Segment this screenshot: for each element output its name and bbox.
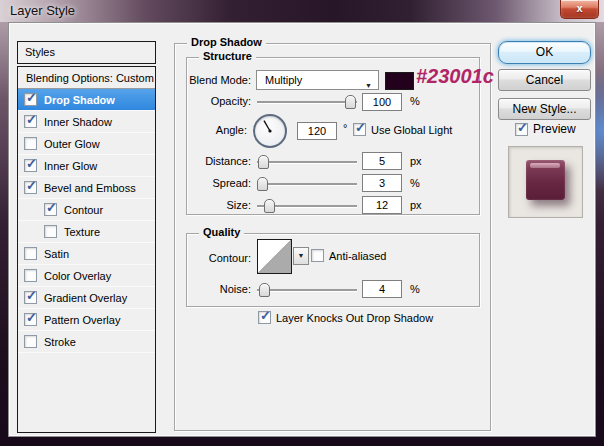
noise-label: Noise:	[159, 283, 251, 295]
style-item-label: Drop Shadow	[44, 94, 115, 106]
style-item-checkbox[interactable]	[44, 203, 57, 216]
style-item-checkbox[interactable]	[24, 335, 37, 348]
opacity-slider[interactable]	[257, 94, 357, 110]
style-item-checkbox[interactable]	[24, 269, 37, 282]
angle-label: Angle:	[155, 124, 247, 136]
spread-unit: %	[410, 177, 420, 189]
style-list-item[interactable]: Gradient Overlay	[18, 287, 155, 309]
window-title: Layer Style	[10, 3, 75, 18]
ok-button[interactable]: OK	[498, 41, 591, 64]
spread-slider[interactable]	[257, 176, 357, 192]
opacity-unit: %	[410, 95, 420, 107]
anti-aliased-box[interactable]	[311, 249, 324, 262]
noise-input[interactable]: 4	[362, 280, 402, 298]
style-item-checkbox[interactable]	[24, 313, 37, 326]
angle-input[interactable]: 120	[297, 122, 337, 140]
blend-mode-select[interactable]: Multiply ▼	[256, 70, 379, 90]
style-item-checkbox[interactable]	[24, 291, 37, 304]
style-item-label: Satin	[44, 248, 69, 260]
size-input[interactable]: 12	[362, 196, 402, 214]
opacity-slider-track[interactable]	[257, 101, 357, 103]
size-label: Size:	[159, 199, 251, 211]
angle-unit: °	[343, 122, 347, 134]
contour-dropdown-arrow-icon[interactable]: ▼	[293, 247, 309, 265]
shadow-color-swatch[interactable]	[385, 72, 414, 90]
style-item-checkbox[interactable]	[24, 181, 37, 194]
styles-list: Blending Options: Custom Drop Shadow Inn…	[17, 66, 156, 433]
style-item-label: Gradient Overlay	[44, 292, 127, 304]
style-list-item[interactable]: Contour	[18, 199, 155, 221]
style-list-item[interactable]: Inner Glow	[18, 155, 155, 177]
contour-picker[interactable]	[257, 239, 292, 274]
use-global-light-box[interactable]	[353, 123, 366, 136]
noise-slider-track[interactable]	[257, 289, 357, 291]
title-bar[interactable]: Layer Style	[0, 0, 604, 22]
cancel-button[interactable]: Cancel	[498, 69, 591, 91]
size-slider[interactable]	[257, 198, 357, 214]
style-item-checkbox[interactable]	[24, 247, 37, 260]
angle-pointer-icon	[255, 116, 285, 146]
style-item-label: Outer Glow	[44, 138, 100, 150]
layer-style-window: Layer Style x Styles Blending Options: C…	[0, 0, 604, 446]
size-slider-thumb[interactable]	[264, 199, 275, 213]
style-item-checkbox[interactable]	[24, 159, 37, 172]
noise-slider-thumb[interactable]	[259, 283, 270, 297]
style-item-checkbox[interactable]	[44, 225, 57, 238]
blend-mode-value: Multiply	[265, 74, 302, 86]
style-list-item[interactable]: Drop Shadow	[18, 89, 155, 111]
noise-unit: %	[410, 283, 420, 295]
distance-unit: px	[410, 155, 422, 167]
size-unit: px	[410, 199, 422, 211]
new-style-button[interactable]: New Style...	[498, 98, 591, 120]
use-global-light-checkbox[interactable]: Use Global Light	[353, 123, 452, 136]
style-list-item[interactable]: Color Overlay	[18, 265, 155, 287]
style-item-checkbox[interactable]	[24, 93, 37, 106]
distance-slider[interactable]	[257, 154, 357, 170]
style-list-item[interactable]: Satin	[18, 243, 155, 265]
preview-box[interactable]	[515, 123, 528, 136]
layer-knocks-out-checkbox[interactable]: Layer Knocks Out Drop Shadow	[258, 311, 433, 324]
preview-cube-highlight	[530, 163, 560, 168]
style-item-checkbox[interactable]	[24, 115, 37, 128]
close-button[interactable]: x	[560, 0, 599, 19]
styles-list-items: Drop Shadow Inner Shadow Outer Glow Inne…	[18, 89, 155, 353]
spread-slider-thumb[interactable]	[257, 177, 268, 191]
blend-mode-label: Blend Mode:	[159, 74, 251, 86]
style-item-label: Color Overlay	[44, 270, 111, 282]
style-item-label: Bevel and Emboss	[44, 182, 136, 194]
dialog-body: Styles Blending Options: Custom Drop Sha…	[8, 22, 596, 437]
style-list-item[interactable]: Bevel and Emboss	[18, 177, 155, 199]
distance-input[interactable]: 5	[362, 152, 402, 170]
anti-aliased-checkbox[interactable]: Anti-aliased	[311, 249, 386, 262]
style-list-item[interactable]: Outer Glow	[18, 133, 155, 155]
style-item-label: Texture	[64, 226, 100, 238]
structure-group-label: Structure	[199, 50, 256, 62]
style-item-label: Inner Shadow	[44, 116, 112, 128]
blending-options-item[interactable]: Blending Options: Custom	[18, 67, 155, 89]
angle-dial[interactable]	[253, 114, 287, 148]
spread-slider-track[interactable]	[257, 183, 357, 185]
style-item-label: Inner Glow	[44, 160, 97, 172]
drop-shadow-group-label: Drop Shadow	[187, 36, 266, 48]
quality-group-label: Quality	[199, 226, 244, 238]
style-list-item[interactable]: Inner Shadow	[18, 111, 155, 133]
opacity-slider-thumb[interactable]	[345, 95, 356, 109]
style-list-item[interactable]: Texture	[18, 221, 155, 243]
style-item-checkbox[interactable]	[24, 137, 37, 150]
style-list-item[interactable]: Pattern Overlay	[18, 309, 155, 331]
distance-slider-track[interactable]	[257, 161, 357, 163]
distance-slider-thumb[interactable]	[258, 155, 269, 169]
opacity-label: Opacity:	[159, 95, 251, 107]
spread-input[interactable]: 3	[362, 174, 402, 192]
opacity-input[interactable]: 100	[362, 93, 402, 111]
preview-checkbox[interactable]: Preview	[515, 122, 576, 136]
distance-label: Distance:	[159, 155, 251, 167]
layer-knocks-out-box[interactable]	[258, 311, 271, 324]
style-item-label: Contour	[64, 204, 103, 216]
anti-aliased-label: Anti-aliased	[329, 250, 386, 262]
layer-knocks-out-label: Layer Knocks Out Drop Shadow	[276, 312, 433, 324]
noise-slider[interactable]	[257, 282, 357, 298]
spread-label: Spread:	[159, 177, 251, 189]
style-list-item[interactable]: Stroke	[18, 331, 155, 353]
preview-swatch-cube	[526, 160, 565, 200]
